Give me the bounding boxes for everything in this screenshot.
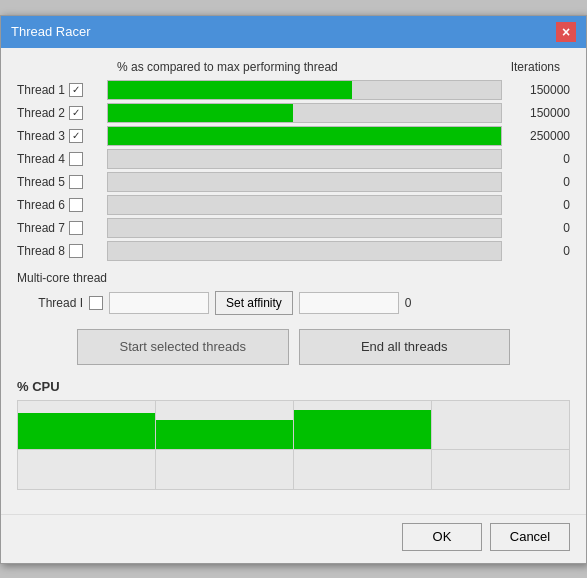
thread-5-checkbox[interactable] <box>69 175 83 189</box>
multicore-input[interactable] <box>109 292 209 314</box>
thread-row: Thread 1150000 <box>17 80 570 100</box>
multicore-thread-label: Thread I <box>17 296 83 310</box>
thread-8-progress-container <box>107 241 502 261</box>
thread-row: Thread 80 <box>17 241 570 261</box>
close-button[interactable]: × <box>556 22 576 42</box>
multicore-row: Thread I Set affinity 0 <box>17 291 570 315</box>
end-threads-button[interactable]: End all threads <box>299 329 511 365</box>
cpu-bottom-4 <box>432 450 569 489</box>
thread-row: Thread 60 <box>17 195 570 215</box>
iterations-header: Iterations <box>490 60 560 74</box>
thread-3-progress-container <box>107 126 502 146</box>
thread-6-text: Thread 6 <box>17 198 65 212</box>
thread-2-label: Thread 2 <box>17 106 107 120</box>
thread-1-label: Thread 1 <box>17 83 107 97</box>
thread-8-count: 0 <box>510 244 570 258</box>
cpu-chart-bottom <box>18 449 569 489</box>
thread-4-count: 0 <box>510 152 570 166</box>
footer: OK Cancel <box>1 514 586 563</box>
cpu-bar-fill-1 <box>18 413 155 449</box>
compare-header: % as compared to max performing thread <box>117 60 338 74</box>
thread-7-text: Thread 7 <box>17 221 65 235</box>
thread-4-text: Thread 4 <box>17 152 65 166</box>
thread-1-checkbox[interactable] <box>69 83 83 97</box>
thread-6-checkbox[interactable] <box>69 198 83 212</box>
thread-4-progress-container <box>107 149 502 169</box>
thread-2-text: Thread 2 <box>17 106 65 120</box>
multicore-section-label: Multi-core thread <box>17 271 570 285</box>
thread-row: Thread 40 <box>17 149 570 169</box>
thread-4-checkbox[interactable] <box>69 152 83 166</box>
thread-5-count: 0 <box>510 175 570 189</box>
thread-2-count: 150000 <box>510 106 570 120</box>
thread-7-label: Thread 7 <box>17 221 107 235</box>
title-bar: Thread Racer × <box>1 16 586 48</box>
cpu-bottom-2 <box>156 450 294 489</box>
main-content: % as compared to max performing thread I… <box>1 48 586 514</box>
cpu-bar-1 <box>18 401 156 449</box>
thread-2-checkbox[interactable] <box>69 106 83 120</box>
set-affinity-button[interactable]: Set affinity <box>215 291 293 315</box>
thread-7-count: 0 <box>510 221 570 235</box>
thread-7-progress-container <box>107 218 502 238</box>
thread-list: Thread 1150000Thread 2150000Thread 32500… <box>17 80 570 261</box>
action-buttons: Start selected threads End all threads <box>17 329 570 365</box>
cpu-chart-top <box>18 401 569 449</box>
thread-6-progress-container <box>107 195 502 215</box>
thread-row: Thread 3250000 <box>17 126 570 146</box>
thread-2-progress-container <box>107 103 502 123</box>
thread-6-count: 0 <box>510 198 570 212</box>
cpu-bar-fill-3 <box>294 410 431 448</box>
cpu-bottom-3 <box>294 450 432 489</box>
cpu-chart <box>17 400 570 490</box>
thread-1-count: 150000 <box>510 83 570 97</box>
multicore-checkbox[interactable] <box>89 296 103 310</box>
thread-1-progress-bar <box>108 81 352 99</box>
cpu-label: % CPU <box>17 379 570 394</box>
thread-row: Thread 50 <box>17 172 570 192</box>
cpu-bar-2 <box>156 401 294 449</box>
column-headers: % as compared to max performing thread I… <box>17 60 570 74</box>
thread-row: Thread 2150000 <box>17 103 570 123</box>
cpu-bar-4 <box>432 401 569 449</box>
cpu-bar-fill-2 <box>156 420 293 449</box>
thread-1-progress-container <box>107 80 502 100</box>
affinity-result-input[interactable] <box>299 292 399 314</box>
window-title: Thread Racer <box>11 24 90 39</box>
thread-8-label: Thread 8 <box>17 244 107 258</box>
thread-7-checkbox[interactable] <box>69 221 83 235</box>
ok-button[interactable]: OK <box>402 523 482 551</box>
thread-3-label: Thread 3 <box>17 129 107 143</box>
thread-3-progress-bar <box>108 127 501 145</box>
thread-row: Thread 70 <box>17 218 570 238</box>
start-threads-button[interactable]: Start selected threads <box>77 329 289 365</box>
thread-2-progress-bar <box>108 104 293 122</box>
multicore-count: 0 <box>405 296 412 310</box>
thread-1-text: Thread 1 <box>17 83 65 97</box>
thread-5-progress-container <box>107 172 502 192</box>
thread-4-label: Thread 4 <box>17 152 107 166</box>
cpu-bottom-1 <box>18 450 156 489</box>
cpu-bar-3 <box>294 401 432 449</box>
thread-3-checkbox[interactable] <box>69 129 83 143</box>
cancel-button[interactable]: Cancel <box>490 523 570 551</box>
thread-5-label: Thread 5 <box>17 175 107 189</box>
thread-8-checkbox[interactable] <box>69 244 83 258</box>
thread-5-text: Thread 5 <box>17 175 65 189</box>
thread-8-text: Thread 8 <box>17 244 65 258</box>
main-window: Thread Racer × % as compared to max perf… <box>0 15 587 564</box>
thread-6-label: Thread 6 <box>17 198 107 212</box>
thread-3-count: 250000 <box>510 129 570 143</box>
thread-3-text: Thread 3 <box>17 129 65 143</box>
